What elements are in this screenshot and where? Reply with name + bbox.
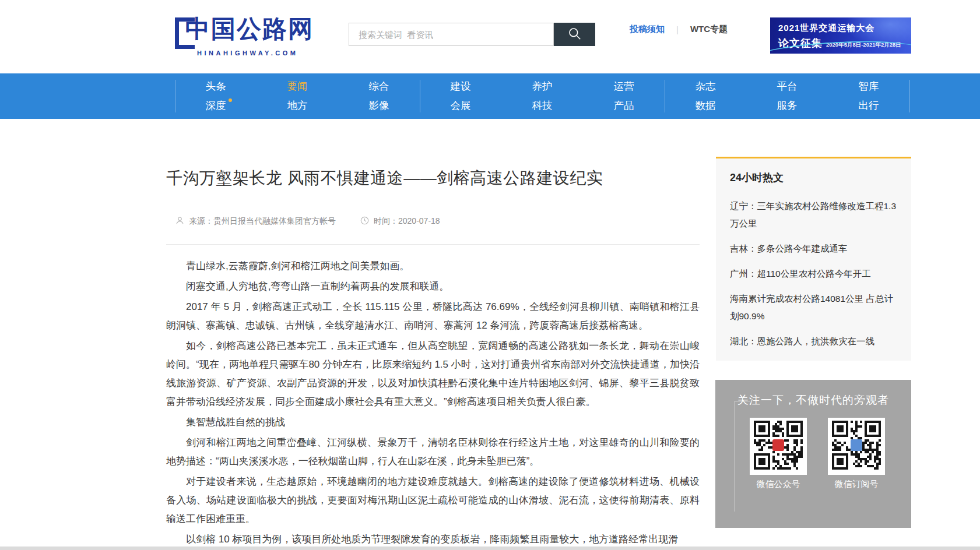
qr-code-image [828,418,885,475]
article-paragraph: 2017 年 5 月，剑榕高速正式动工，全长 115.115 公里，桥隧比高达 … [166,298,700,335]
follow-title: 关注一下，不做时代的旁观者 [715,380,911,408]
nav-divider [175,80,175,112]
logo-domain: HINAHIGHWAY.COM [197,50,314,57]
main-nav: 头条 深度 要闻 地方 综合 影像 建设 会展 养护 科技 运营 产品 [0,73,980,119]
nav-item[interactable]: 杂志 [696,77,716,96]
nav-column: 杂志 数据 [665,73,746,119]
nav-divider [909,80,910,112]
page: 中国公路网 HINAHIGHWAY.COM 投稿须知 | WTC专题 2021世… [0,0,980,550]
article-divider [166,244,700,245]
wtc-special-link[interactable]: WTC专题 [690,24,728,35]
nav-divider [420,80,420,112]
hot-article-link[interactable]: 吉林：多条公路今年建成通车 [730,240,897,258]
qr-label: 微信公众号 [750,479,807,490]
bracket-decoration [735,401,735,512]
nav-item[interactable]: 综合 [369,77,389,96]
nav-column: 平台 服务 [746,73,828,119]
nav-item[interactable]: 养护 [532,77,553,96]
footer-edge [0,547,980,550]
nav-item[interactable]: 数据 [696,96,716,115]
follow-panel: 关注一下，不做时代的旁观者 微信公众号 微信订阅号 [715,380,911,528]
article-body: 青山绿水,云蒸霞蔚,剑河和榕江两地之间美景如画。 闭塞交通,人穷地贫,弯弯山路一… [166,257,700,549]
bracket-decoration [735,401,750,401]
nav-item-active[interactable]: 要闻 [287,77,308,96]
qr-code-image [750,418,807,475]
hot-article-link[interactable]: 广州：超110公里农村公路今年开工 [730,265,897,283]
nav-item[interactable]: 出行 [859,96,879,115]
nav-item[interactable]: 智库 [859,77,879,96]
article-time: 时间：2020-07-18 [374,216,440,227]
header-links: 投稿须知 | WTC专题 [630,24,728,35]
nav-column: 头条 深度 [175,73,257,119]
nav-item[interactable]: 科技 [532,96,553,115]
article-meta: 来源：贵州日报当代融媒体集团官方帐号 时间：2020-07-18 [166,216,700,228]
nav-column: 智库 出行 [828,73,909,119]
nav-column: 建设 会展 [420,73,501,119]
banner-dates: 2020年5月8日-2021年2月28日 [826,41,901,49]
nav-item[interactable]: 服务 [777,96,798,115]
article-title: 千沟万壑架长龙 风雨不惧建通途——剑榕高速公路建设纪实 [166,168,700,188]
nav-column: 养护 科技 [501,73,583,119]
nav-item[interactable]: 产品 [614,96,634,115]
nav-item[interactable]: 运营 [614,77,634,96]
nav-item[interactable]: 建设 [451,77,471,96]
hot-article-link[interactable]: 湖北：恩施公路人，抗洪救灾在一线 [730,333,897,350]
new-indicator-dot [229,98,232,102]
submission-guidelines-link[interactable]: 投稿须知 [630,24,665,35]
article-paragraph: 青山绿水,云蒸霞蔚,剑河和榕江两地之间美景如画。 [166,257,700,276]
nav-column: 运营 产品 [583,73,665,119]
site-logo[interactable]: 中国公路网 HINAHIGHWAY.COM [175,16,314,57]
conference-banner[interactable]: 2021世界交通运输大会 论文征集 2020年5月8日-2021年2月28日 [770,17,911,54]
nav-item[interactable]: 深度 [206,96,226,115]
nav-item[interactable]: 头条 [206,77,226,96]
article-paragraph: 对于建设者来说，生态越原始，环境越幽闭的地方建设难度就越大。剑榕高速的建设除了便… [166,473,700,528]
nav-item[interactable]: 平台 [777,77,798,96]
search-input[interactable] [349,23,553,45]
nav-item[interactable]: 地方 [287,96,308,115]
article-paragraph: 如今，剑榕高速公路已基本完工，虽未正式通车，但从高空眺望，宽阔通畅的高速公路犹如… [166,337,700,411]
banner-cta: 论文征集 [778,36,823,50]
search-icon [567,26,582,43]
nav-column: 综合 影像 [338,73,420,119]
nav-item[interactable]: 影像 [369,96,389,115]
search-box [349,23,554,46]
hot-article-link[interactable]: 辽宁：三年实施农村公路维修改造工程1.3万公里 [730,198,897,232]
article-source: 来源：贵州日报当代融媒体集团官方帐号 [189,216,336,227]
nav-column: 要闻 地方 [257,73,338,119]
hot-article-link[interactable]: 海南累计完成农村公路14081公里 占总计划90.9% [730,290,897,325]
search-button[interactable] [554,23,595,46]
nav-divider [665,80,665,112]
nav-item[interactable]: 会展 [451,96,471,115]
link-divider: | [676,24,679,34]
hot-articles-title: 24小时热文 [730,171,897,185]
clock-icon [360,216,369,227]
user-icon [175,216,184,227]
logo-brand: 中国公路网 [185,16,314,42]
qr-label: 微信订阅号 [828,479,885,490]
banner-title: 2021世界交通运输大会 [778,23,911,34]
article-paragraph: 剑河和榕江两地之间重峦叠嶂、江河纵横、景象万千，清朝名臣林则徐在行经这片土地，对… [166,433,700,471]
article-paragraph: 集智慧战胜自然的挑战 [166,413,700,432]
hot-articles-panel: 24小时热文 辽宁：三年实施农村公路维修改造工程1.3万公里 吉林：多条公路今年… [716,157,911,361]
top-header: 中国公路网 HINAHIGHWAY.COM 投稿须知 | WTC专题 2021世… [0,0,980,73]
article-paragraph: 闭塞交通,人穷地贫,弯弯山路一直制约着两县的发展和联通。 [166,277,700,296]
article: 千沟万壑架长龙 风雨不惧建通途——剑榕高速公路建设纪实 来源：贵州日报当代融媒体… [166,168,700,550]
